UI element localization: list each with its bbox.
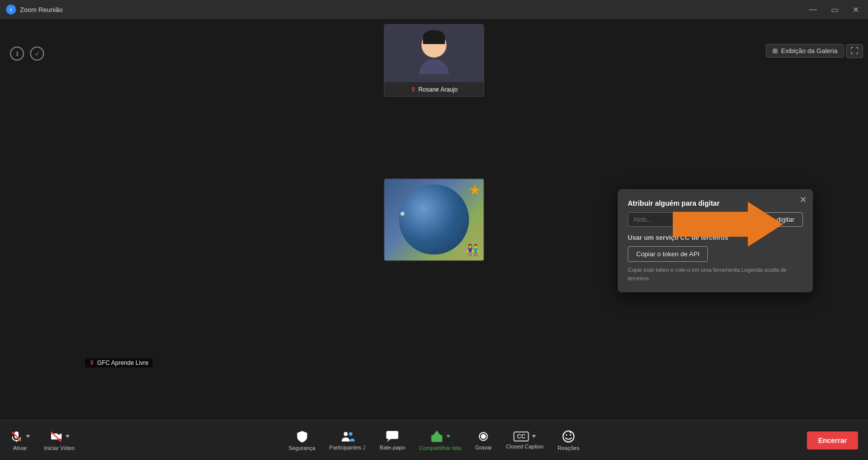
compartilhar-label: Compartilhar tela — [419, 445, 461, 451]
api-token-button[interactable]: Copiar o token de API — [628, 246, 708, 262]
ativar-label: Ativar — [13, 445, 27, 451]
participant-video-top: 🎙 Rosane Araujo — [384, 24, 484, 97]
svg-text:Z: Z — [10, 8, 13, 12]
toolbar: Ativar Iniciar Vídeo — [0, 420, 868, 460]
toolbar-item-seguranca[interactable]: Segurança — [289, 430, 315, 451]
svg-point-17 — [481, 434, 486, 439]
check-icon[interactable]: ✓ — [30, 47, 44, 61]
gallery-view-button[interactable]: ⊞ Exibição da Galeria — [766, 44, 844, 58]
maximize-button[interactable]: ▭ — [828, 4, 841, 16]
svg-rect-12 — [386, 431, 398, 439]
toolbar-item-closed-caption[interactable]: CC Closed Caption — [506, 431, 544, 449]
video-caret — [66, 435, 70, 438]
toolbar-item-ativar[interactable]: Ativar — [10, 430, 30, 451]
cc-icon: CC — [514, 431, 529, 441]
info-icon[interactable]: ℹ — [10, 47, 24, 61]
cursor — [400, 212, 404, 216]
svg-point-20 — [570, 434, 571, 435]
info-icons: ℹ ✓ — [10, 47, 44, 61]
participant-video-main: ★ 👫 — [384, 178, 484, 261]
participants-icon — [340, 430, 354, 442]
grid-icon: ⊞ — [772, 47, 778, 55]
reactions-icon — [562, 430, 575, 443]
avatar-body — [419, 59, 449, 74]
svg-marker-13 — [387, 439, 391, 442]
popup-assign-row: Vou digitar — [628, 212, 803, 227]
avatar-hair — [423, 30, 445, 44]
closed-caption-label: Closed Caption — [506, 443, 544, 449]
record-icon — [478, 430, 490, 442]
title-bar-controls: — ▭ ✕ — [806, 4, 862, 16]
fullscreen-icon: ⛶ — [850, 47, 858, 55]
avatar-figure — [419, 33, 449, 74]
toolbar-center: Segurança Participantes 2 — [289, 430, 580, 451]
participantes-label: Participantes 2 — [329, 444, 366, 450]
svg-point-10 — [343, 432, 347, 436]
toolbar-item-bate-papo[interactable]: Bate-papo — [380, 430, 405, 450]
chat-icon — [386, 430, 399, 442]
toolbar-item-participantes[interactable]: Participantes 2 — [329, 430, 366, 450]
popup-description: Copie este token e cole-o em uma ferrame… — [628, 266, 803, 282]
people-decoration: 👫 — [466, 243, 480, 256]
mute-indicator-main: 🎙 — [89, 359, 95, 366]
share-icon — [430, 430, 443, 443]
popup-section2-title: Usar um serviço CC de terceiros — [628, 234, 803, 241]
avatar-head — [421, 33, 447, 58]
security-icon — [296, 430, 308, 443]
svg-point-19 — [566, 434, 567, 435]
svg-point-18 — [563, 431, 574, 442]
encerrar-button[interactable]: Encerrar — [807, 431, 858, 449]
toolbar-left: Ativar Iniciar Vídeo — [10, 430, 75, 451]
video-muted-icon — [50, 430, 63, 443]
seguranca-label: Segurança — [289, 445, 315, 451]
iniciar-video-label: Iniciar Vídeo — [44, 445, 75, 451]
toolbar-item-reacoes[interactable]: Reações — [558, 430, 579, 451]
assign-input[interactable] — [628, 212, 751, 227]
toolbar-item-compartilhar[interactable]: Compartilhar tela — [419, 430, 461, 451]
participant-avatar-area — [384, 25, 484, 82]
participant-name-main: 🎙 GFC Aprende Livre — [85, 358, 153, 367]
microphone-muted-icon — [10, 430, 23, 443]
participant-name-top: 🎙 Rosane Araujo — [384, 85, 484, 94]
main-video-area: ⊞ Exibição da Galeria ⛶ ℹ ✓ 🎙 Rosane Ara… — [0, 19, 868, 420]
bate-papo-label: Bate-papo — [380, 444, 405, 450]
zoom-logo-icon: Z — [6, 5, 16, 15]
mute-indicator-top: 🎙 — [410, 86, 416, 93]
title-bar-left: Z Zoom Reunião — [6, 5, 63, 15]
globe-image: ★ 👫 — [384, 179, 484, 260]
app-title: Zoom Reunião — [20, 6, 63, 14]
gravar-label: Gravar — [475, 444, 492, 450]
svg-point-11 — [349, 432, 352, 435]
toolbar-right: Encerrar — [807, 431, 858, 449]
fullscreen-button[interactable]: ⛶ — [846, 44, 863, 58]
cc-caret — [532, 435, 536, 438]
star-decoration: ★ — [469, 181, 481, 198]
svg-rect-7 — [51, 433, 58, 439]
ativar-caret — [26, 435, 30, 438]
toolbar-item-iniciar-video[interactable]: Iniciar Vídeo — [44, 430, 75, 451]
minimize-button[interactable]: — — [806, 4, 820, 15]
close-button[interactable]: ✕ — [849, 4, 862, 16]
share-caret — [446, 435, 450, 438]
reacoes-label: Reações — [558, 445, 579, 451]
title-bar: Z Zoom Reunião — ▭ ✕ — [0, 0, 868, 19]
popup-close-button[interactable]: ✕ — [799, 194, 807, 205]
popup-section1-title: Atribuir alguém para digitar — [628, 199, 803, 207]
closed-caption-popup: ✕ Atribuir alguém para digitar Vou digit… — [618, 189, 813, 292]
vou-digitar-button[interactable]: Vou digitar — [755, 212, 803, 227]
toolbar-item-gravar[interactable]: Gravar — [475, 430, 492, 450]
